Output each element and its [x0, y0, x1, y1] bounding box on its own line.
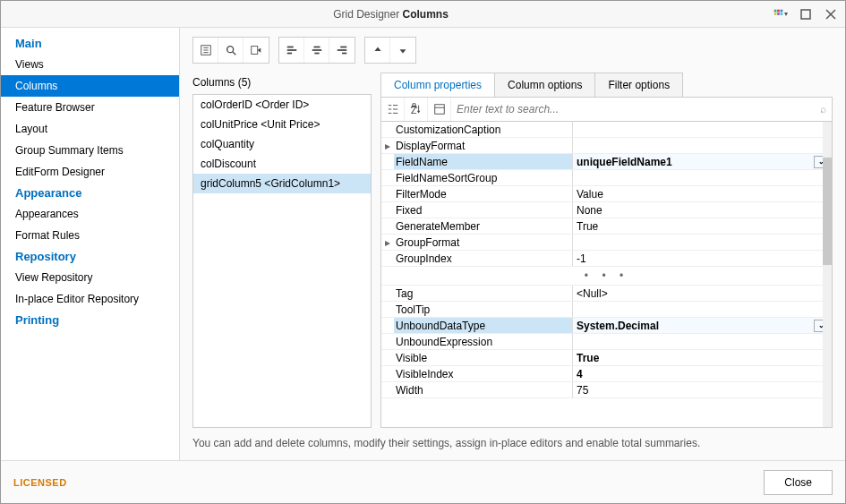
column-item[interactable]: colOrderID <Order ID>: [193, 95, 371, 115]
expand-icon[interactable]: ▸: [381, 235, 394, 250]
property-row[interactable]: FieldNameSortGroup: [381, 170, 832, 186]
property-value[interactable]: -1: [573, 251, 832, 266]
expand-icon: [381, 186, 394, 201]
tab-column-options[interactable]: Column options: [494, 73, 595, 97]
property-row[interactable]: ▸GroupFormat: [381, 235, 832, 251]
window-title: Grid Designer Columns: [8, 8, 773, 21]
sidebar-item-layout[interactable]: Layout: [1, 118, 179, 140]
property-name: UnboundDataType: [394, 318, 573, 333]
tab-filter-options[interactable]: Filter options: [594, 73, 683, 97]
categorized-button[interactable]: [381, 98, 405, 121]
column-item[interactable]: colDiscount: [193, 154, 371, 174]
sidebar-item-feature-browser[interactable]: Feature Browser: [1, 97, 179, 118]
expand-icon: [381, 318, 394, 333]
property-row[interactable]: ▸DisplayFormat: [381, 138, 832, 154]
add-column-button[interactable]: [193, 38, 218, 63]
property-row[interactable]: GroupIndex-1: [381, 251, 832, 267]
property-value[interactable]: None: [573, 202, 832, 218]
align-center-button[interactable]: [304, 38, 329, 63]
column-item[interactable]: colUnitPrice <Unit Price>: [193, 115, 371, 134]
sidebar-item-columns[interactable]: Columns: [1, 75, 179, 97]
maximize-icon[interactable]: [799, 7, 813, 21]
property-name: GroupIndex: [394, 251, 573, 266]
ellipsis-row: • • •: [381, 267, 832, 286]
align-left-button[interactable]: [279, 38, 304, 63]
alphabetical-button[interactable]: AZ: [405, 98, 428, 121]
column-item[interactable]: colQuantity: [193, 134, 371, 154]
columns-list[interactable]: colOrderID <Order ID>colUnitPrice <Unit …: [192, 94, 372, 428]
property-name: Width: [394, 382, 573, 397]
property-name: VisibleIndex: [394, 366, 573, 381]
svg-rect-4: [777, 13, 780, 15]
sidebar-item-views[interactable]: Views: [1, 54, 179, 75]
expand-icon: [381, 334, 394, 349]
columns-header: Columns (5): [192, 73, 372, 94]
property-row[interactable]: Tag<Null>: [381, 286, 832, 302]
property-value[interactable]: uniqueFieldName1⌄: [573, 154, 832, 169]
column-item[interactable]: gridColumn5 <GridColumn1>: [193, 174, 371, 193]
search-input[interactable]: [457, 103, 820, 115]
property-row[interactable]: CustomizationCaption: [381, 122, 832, 138]
property-name: CustomizationCaption: [394, 122, 573, 137]
title-suffix: Columns: [403, 8, 449, 21]
property-row[interactable]: FilterModeValue: [381, 186, 832, 202]
property-name: Tag: [394, 286, 573, 301]
scrollbar[interactable]: [823, 122, 832, 427]
property-row[interactable]: VisibleIndex4: [381, 366, 832, 382]
align-right-button[interactable]: [329, 38, 355, 63]
remove-column-button[interactable]: [244, 38, 269, 63]
retrieve-fields-button[interactable]: [218, 38, 244, 63]
expand-icon[interactable]: ▸: [381, 138, 394, 153]
close-icon[interactable]: [824, 7, 838, 21]
property-value[interactable]: True: [573, 350, 832, 365]
sidebar-item-appearances[interactable]: Appearances: [1, 203, 179, 225]
property-name: GroupFormat: [394, 235, 573, 250]
skin-picker-icon[interactable]: ▾: [773, 7, 788, 21]
property-row[interactable]: FixedNone: [381, 202, 832, 218]
expand-icon: [381, 251, 394, 266]
property-value[interactable]: [573, 138, 832, 153]
expand-icon: [381, 218, 394, 234]
expand-icon: [381, 350, 394, 365]
svg-rect-0: [774, 10, 777, 13]
property-row[interactable]: VisibleTrue: [381, 350, 832, 366]
property-value[interactable]: 4: [573, 366, 832, 381]
property-value[interactable]: [573, 235, 832, 250]
sidebar-item-format-rules[interactable]: Format Rules: [1, 225, 179, 246]
move-up-button[interactable]: [365, 38, 390, 63]
title-prefix: Grid Designer: [333, 8, 399, 21]
sidebar-item-in-place-editor-repository[interactable]: In-place Editor Repository: [1, 288, 179, 310]
sidebar-item-group-summary-items[interactable]: Group Summary Items: [1, 140, 179, 161]
property-row[interactable]: UnboundExpression: [381, 334, 832, 350]
property-value[interactable]: <Null>: [573, 286, 832, 301]
property-name: Visible: [394, 350, 573, 365]
property-pages-button[interactable]: [428, 98, 451, 121]
property-value[interactable]: [573, 334, 832, 349]
move-down-button[interactable]: [390, 38, 415, 63]
property-value[interactable]: System.Decimal⌄: [573, 318, 832, 333]
property-value[interactable]: [573, 302, 832, 317]
sidebar: MainViewsColumnsFeature BrowserLayoutGro…: [1, 28, 180, 460]
svg-rect-6: [801, 10, 810, 19]
property-value[interactable]: 75: [573, 382, 832, 397]
sidebar-item-view-repository[interactable]: View Repository: [1, 267, 179, 288]
property-row[interactable]: Width75: [381, 382, 832, 398]
svg-rect-5: [781, 13, 783, 15]
property-row[interactable]: UnboundDataTypeSystem.Decimal⌄: [381, 318, 832, 334]
svg-point-13: [226, 47, 233, 53]
property-value[interactable]: [573, 122, 832, 137]
svg-rect-2: [781, 10, 783, 13]
sidebar-item-editform-designer[interactable]: EditForm Designer: [1, 161, 179, 183]
property-value[interactable]: Value: [573, 186, 832, 201]
property-row[interactable]: ToolTip: [381, 302, 832, 318]
property-value[interactable]: [573, 170, 832, 185]
property-row[interactable]: FieldNameuniqueFieldName1⌄: [381, 154, 832, 170]
property-value[interactable]: True: [573, 218, 832, 234]
tab-column-properties[interactable]: Column properties: [380, 73, 495, 97]
property-toolbar: AZ ⌕: [380, 98, 833, 122]
close-button[interactable]: Close: [764, 470, 833, 495]
sidebar-header: Main: [1, 33, 179, 54]
toolbar: [192, 37, 833, 64]
property-row[interactable]: GenerateMemberTrue: [381, 218, 832, 235]
search-icon[interactable]: ⌕: [820, 103, 826, 115]
